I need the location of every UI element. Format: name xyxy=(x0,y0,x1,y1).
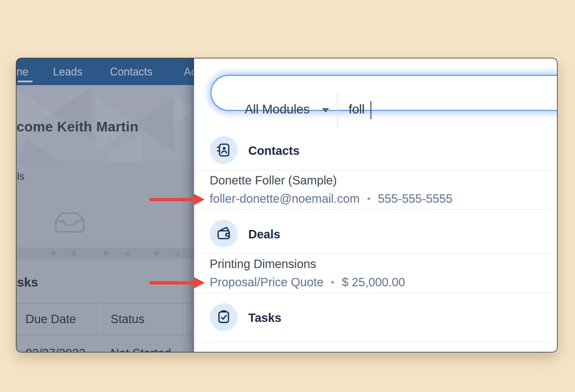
contact-result-details[interactable]: foller-donette@noemail.com 555-555-5555 xyxy=(210,192,453,205)
contact-phone[interactable]: 555-555-5555 xyxy=(378,192,453,205)
search-bar-divider xyxy=(337,93,338,128)
deal-stage[interactable]: Proposal/Price Quote xyxy=(210,276,323,289)
nav-item-leads[interactable]: Leads xyxy=(53,66,82,78)
table-header-due-date: Due Date xyxy=(25,312,76,326)
wallet-icon xyxy=(216,226,231,241)
divider xyxy=(194,209,558,210)
global-search-panel: All Modules foll Contacts Donette Foller… xyxy=(194,58,558,352)
divider xyxy=(194,170,558,170)
empty-inbox-icon xyxy=(52,210,87,235)
divider xyxy=(194,342,558,343)
search-input[interactable]: foll xyxy=(349,102,365,116)
deal-result-details[interactable]: Proposal/Price Quote $ 25,000.00 xyxy=(210,276,405,289)
global-search-bar[interactable]: All Modules foll xyxy=(211,75,558,111)
table-cell-status: Not Started xyxy=(111,346,171,352)
tasks-card-title-fragment: sks xyxy=(17,275,38,290)
divider xyxy=(194,253,558,254)
contacts-section-label: Contacts xyxy=(248,144,299,158)
dimmed-carousel-band xyxy=(16,248,194,259)
table-header-bottom-border xyxy=(16,335,194,336)
deals-section-label: Deals xyxy=(248,228,280,241)
contact-card-icon xyxy=(216,142,231,158)
tasks-section-label: Tasks xyxy=(248,311,281,325)
divider xyxy=(194,293,558,293)
nav-item-home-fragment[interactable]: ne xyxy=(16,66,28,78)
active-tab-underline xyxy=(18,81,33,82)
text-cursor xyxy=(370,101,371,119)
screenshot-canvas: { "colors": { "bg": "#f4e4c6", "nav_blue… xyxy=(0,0,575,392)
dimmed-backdrop: ne Leads Contacts Ac come Keith Martin l… xyxy=(16,58,194,352)
panel-edge-shadow xyxy=(180,58,194,352)
table-header-top-border xyxy=(16,303,194,304)
top-navigation-bar: ne Leads Contacts Ac xyxy=(16,58,194,85)
contacts-section-badge xyxy=(210,136,237,164)
table-column-divider xyxy=(99,303,100,336)
deals-section-badge xyxy=(210,220,237,247)
task-check-icon xyxy=(216,309,231,325)
app-window: ne Leads Contacts Ac come Keith Martin l… xyxy=(16,58,558,352)
table-header-status: Status xyxy=(111,312,144,326)
deals-card-title-fragment: ls xyxy=(17,170,25,182)
welcome-heading: come Keith Martin xyxy=(16,119,138,135)
dot-separator-icon xyxy=(367,197,370,200)
module-scope-dropdown[interactable]: All Modules xyxy=(245,102,310,116)
contact-result-title[interactable]: Donette Foller (Sample) xyxy=(210,174,337,187)
carousel-arrows-pattern xyxy=(16,248,194,259)
tasks-section-badge xyxy=(210,303,237,331)
nav-item-contacts[interactable]: Contacts xyxy=(110,66,152,78)
dot-separator-icon xyxy=(331,281,334,284)
deal-amount[interactable]: $ 25,000.00 xyxy=(342,276,405,289)
deal-result-title[interactable]: Printing Dimensions xyxy=(210,257,316,271)
table-cell-due-date: 02/27/2023 xyxy=(25,346,85,352)
chevron-down-icon[interactable] xyxy=(322,108,329,113)
contact-email[interactable]: foller-donette@noemail.com xyxy=(210,192,360,205)
